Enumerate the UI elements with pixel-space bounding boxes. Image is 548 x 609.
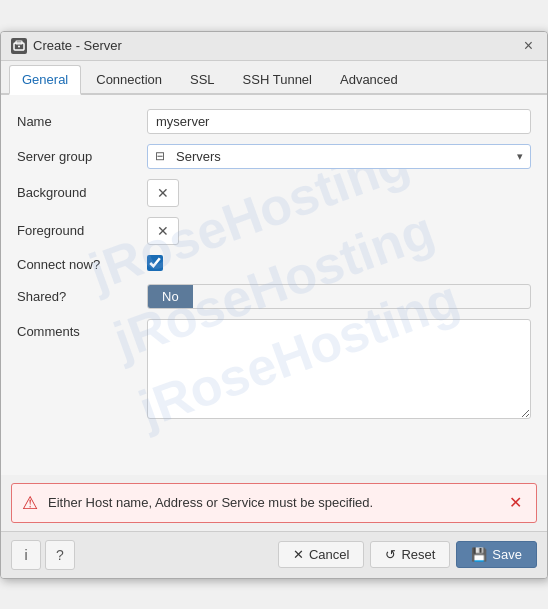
name-control bbox=[147, 109, 531, 134]
cancel-label: Cancel bbox=[309, 547, 349, 562]
background-row: Background ✕ bbox=[17, 179, 531, 207]
foreground-color-button[interactable]: ✕ bbox=[147, 217, 179, 245]
error-close-button[interactable]: ✕ bbox=[505, 493, 526, 512]
tab-ssh-tunnel[interactable]: SSH Tunnel bbox=[230, 65, 325, 93]
server-group-select-wrapper: ⊟ Servers ▾ bbox=[147, 144, 531, 169]
connect-now-row: Connect now? bbox=[17, 255, 531, 274]
connect-now-checkbox[interactable] bbox=[147, 255, 163, 271]
shared-control: No bbox=[147, 284, 531, 309]
name-input[interactable] bbox=[147, 109, 531, 134]
reset-button[interactable]: ↺ Reset bbox=[370, 541, 450, 568]
server-group-icon: ⊟ bbox=[155, 149, 165, 163]
comments-label: Comments bbox=[17, 324, 147, 339]
title-bar: Create - Server × bbox=[1, 32, 547, 61]
foreground-label: Foreground bbox=[17, 223, 147, 238]
close-button[interactable]: × bbox=[520, 38, 537, 54]
help-icon: ? bbox=[56, 547, 64, 563]
tab-ssl[interactable]: SSL bbox=[177, 65, 228, 93]
shared-row: Shared? No bbox=[17, 284, 531, 309]
save-label: Save bbox=[492, 547, 522, 562]
comments-textarea[interactable] bbox=[147, 319, 531, 419]
name-row: Name bbox=[17, 109, 531, 134]
name-label: Name bbox=[17, 114, 147, 129]
tab-advanced[interactable]: Advanced bbox=[327, 65, 411, 93]
footer: i ? ✕ Cancel ↺ Reset 💾 Save bbox=[1, 531, 547, 578]
reset-label: Reset bbox=[401, 547, 435, 562]
server-group-select[interactable]: Servers bbox=[147, 144, 531, 169]
error-bar: ⚠ Either Host name, Address or Service m… bbox=[11, 483, 537, 523]
footer-left: i ? bbox=[11, 540, 75, 570]
shared-toggle: No bbox=[147, 284, 531, 309]
server-group-label: Server group bbox=[17, 149, 147, 164]
server-group-control: ⊟ Servers ▾ bbox=[147, 144, 531, 169]
connect-now-control bbox=[147, 255, 531, 274]
background-color-button[interactable]: ✕ bbox=[147, 179, 179, 207]
shared-no-button[interactable]: No bbox=[148, 285, 193, 308]
comments-row: Comments bbox=[17, 319, 531, 422]
help-button[interactable]: ? bbox=[45, 540, 75, 570]
dialog-icon bbox=[11, 38, 27, 54]
dialog-title: Create - Server bbox=[33, 38, 122, 53]
info-button[interactable]: i bbox=[11, 540, 41, 570]
background-control: ✕ bbox=[147, 179, 531, 207]
cancel-x-icon: ✕ bbox=[293, 547, 304, 562]
comments-control bbox=[147, 319, 531, 422]
background-label: Background bbox=[17, 185, 147, 200]
tab-connection[interactable]: Connection bbox=[83, 65, 175, 93]
warning-icon: ⚠ bbox=[22, 492, 38, 514]
shared-label: Shared? bbox=[17, 289, 147, 304]
create-server-dialog: Create - Server × General Connection SSL… bbox=[0, 31, 548, 579]
cancel-button[interactable]: ✕ Cancel bbox=[278, 541, 364, 568]
title-bar-left: Create - Server bbox=[11, 38, 122, 54]
footer-right: ✕ Cancel ↺ Reset 💾 Save bbox=[278, 541, 537, 568]
tab-bar: General Connection SSL SSH Tunnel Advanc… bbox=[1, 61, 547, 95]
reset-icon: ↺ bbox=[385, 547, 396, 562]
server-group-row: Server group ⊟ Servers ▾ bbox=[17, 144, 531, 169]
foreground-control: ✕ bbox=[147, 217, 531, 245]
svg-point-2 bbox=[18, 45, 20, 47]
error-message: Either Host name, Address or Service mus… bbox=[48, 495, 495, 510]
save-icon: 💾 bbox=[471, 547, 487, 562]
foreground-row: Foreground ✕ bbox=[17, 217, 531, 245]
info-icon: i bbox=[24, 547, 27, 563]
connect-now-label: Connect now? bbox=[17, 257, 147, 272]
form-body: jRoseHostingjRoseHostingjRoseHosting Nam… bbox=[1, 95, 547, 475]
tab-general[interactable]: General bbox=[9, 65, 81, 95]
save-button[interactable]: 💾 Save bbox=[456, 541, 537, 568]
